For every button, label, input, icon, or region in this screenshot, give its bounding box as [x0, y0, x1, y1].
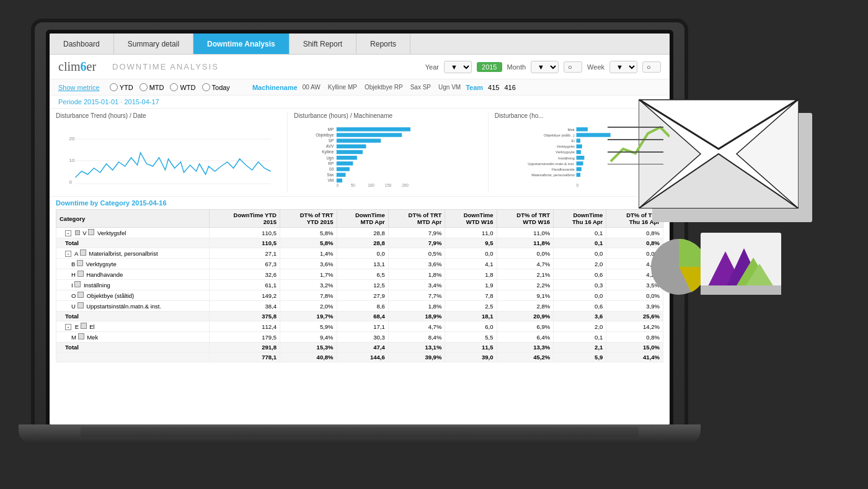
- filter-group: Year ▼ 2015 Month ▼ Week: [425, 61, 661, 73]
- table-row: I Inställning 61,13,2%12,53,4%1,92,2%0,3…: [56, 280, 663, 290]
- u-icon: [78, 302, 84, 308]
- svg-text:Materialbrist, personalbrist: Materialbrist, personalbrist: [531, 173, 575, 177]
- trend-line-decoration: [608, 115, 670, 167]
- week-filter-input[interactable]: [642, 61, 661, 73]
- col-dt-wtd: DownTimeWTD W16: [445, 210, 497, 228]
- svg-text:SP: SP: [329, 138, 334, 143]
- table-title: Downtime by Category 2015-04-16: [56, 199, 167, 207]
- table-row-total-e: Total 291,815,3%47,413,1% 11,513,3%2,115…: [56, 343, 663, 352]
- app-content: clim6er DOWNTIME ANALYSIS Year ▼ 2015 Mo…: [50, 55, 670, 424]
- table-section: Downtime by Category 2015-04-16 ✎ 📋 XL: [50, 197, 670, 365]
- tab-summary[interactable]: Summary detail: [114, 34, 193, 54]
- expand-icon-e[interactable]: -: [65, 324, 71, 330]
- week-filter-select[interactable]: ▼: [609, 61, 637, 73]
- h-icon: [78, 271, 84, 277]
- machine-val-1: 00 AW: [303, 84, 321, 91]
- laptop: Dashboard Summary detail Downtime Analys…: [31, 19, 688, 465]
- machinename-label: Machinename: [252, 84, 298, 91]
- svg-text:Verktygsyte: Verktygsyte: [556, 150, 575, 154]
- team-label: Team: [466, 84, 483, 91]
- svg-text:Sax: Sax: [327, 173, 334, 177]
- radio-wtd[interactable]: WTD: [170, 83, 195, 91]
- month-filter-label: Month: [507, 63, 526, 71]
- table-row: U Uppstartsinstäln.matn.& inst. 38,42,0%…: [56, 301, 663, 312]
- svg-text:Mek: Mek: [567, 128, 574, 132]
- charts-section: Disturbance Trend (hours) / Date 20 10 0: [50, 109, 670, 197]
- tab-downtime[interactable]: Downtime Analysis: [193, 34, 290, 54]
- svg-text:AVV: AVV: [326, 144, 334, 148]
- trend-chart-box: Disturbance Trend (hours) / Date 20 10 0: [50, 112, 287, 192]
- svg-rect-49: [576, 173, 580, 177]
- svg-text:Inställning: Inställning: [558, 156, 575, 160]
- svg-rect-39: [576, 145, 582, 148]
- week-filter-label: Week: [587, 63, 604, 71]
- svg-text:Verktygsfei: Verktygsfei: [556, 145, 574, 148]
- logo: clim6er: [58, 60, 96, 74]
- team-val-2: 416: [504, 84, 515, 91]
- month-filter-select[interactable]: ▼: [531, 61, 559, 73]
- show-metrice-link[interactable]: Show metrice: [58, 84, 100, 91]
- svg-rect-37: [576, 139, 580, 143]
- laptop-lid: Dashboard Summary detail Downtime Analys…: [31, 19, 688, 428]
- month-filter-input[interactable]: [564, 61, 582, 73]
- svg-text:10: 10: [69, 158, 75, 163]
- radio-mtd[interactable]: MTD: [140, 83, 164, 91]
- svg-rect-28: [337, 173, 346, 177]
- table-row: B Verktygsyte 67,33,6%13,13,6%4,14,7%2,0…: [56, 259, 663, 269]
- svg-text:RP: RP: [328, 161, 334, 166]
- svg-text:50: 50: [351, 183, 356, 187]
- radio-group: YTD MTD WTD Today: [110, 83, 230, 91]
- period-bar: Periode 2015-01-01 · 2015-04-17: [50, 96, 670, 109]
- svg-rect-30: [337, 179, 342, 182]
- svg-text:El: El: [571, 139, 574, 143]
- a-icon: [80, 249, 86, 256]
- radio-ytd[interactable]: YTD: [110, 83, 133, 91]
- table-row: M Mek 179,59,4%30,38,4%5,56,4%0,10,8%: [56, 332, 663, 343]
- svg-rect-14: [337, 133, 402, 137]
- category-icon: [75, 230, 80, 235]
- tab-reports[interactable]: Reports: [356, 34, 410, 54]
- svg-text:0: 0: [337, 183, 339, 187]
- i-icon: [74, 281, 81, 287]
- tab-shift[interactable]: Shift Report: [290, 34, 356, 54]
- col-dt-ytd: DownTime YTD2015: [210, 210, 280, 228]
- table-row-total-a: Total 375,819,7%68,418,9% 18,120,9%3,625…: [56, 312, 663, 321]
- svg-rect-65: [701, 285, 781, 295]
- machine-val-2: Kylline MP: [328, 84, 357, 91]
- screen-bezel: Dashboard Summary detail Downtime Analys…: [46, 30, 673, 424]
- machine-val-5: Ugn VM: [438, 84, 461, 91]
- svg-text:200: 200: [402, 183, 409, 187]
- page-title: DOWNTIME ANALYSIS: [112, 62, 219, 71]
- svg-text:100: 100: [368, 183, 374, 187]
- col-pct-wtd: DT% of TRTWTD W16: [497, 210, 554, 228]
- team-val-1: 415: [488, 84, 499, 91]
- machine-chart-box: Disturbance (hours) / Machinename 0 50 1…: [287, 112, 488, 192]
- col-dt-thu: DownTimeThu 16 Apr: [554, 210, 606, 228]
- svg-text:0: 0: [69, 179, 73, 185]
- col-pct-ytd: DT% of TRTYTD 2015: [280, 210, 337, 228]
- svg-rect-22: [337, 156, 357, 159]
- m-icon: [78, 333, 84, 339]
- table-row: - V Verktygsfel 110,55,8%28,87,9%11,011,…: [56, 228, 663, 238]
- year-filter-select[interactable]: ▼: [444, 61, 472, 73]
- svg-text:0: 0: [576, 183, 578, 187]
- expand-icon[interactable]: -: [65, 251, 71, 257]
- laptop-keyboard: [81, 427, 639, 437]
- svg-rect-45: [576, 161, 583, 165]
- metrics-row: Show metrice YTD MTD WTD: [50, 79, 670, 96]
- svg-rect-43: [576, 156, 584, 159]
- svg-text:Kylline: Kylline: [322, 150, 334, 155]
- v-icon: [88, 229, 94, 235]
- expand-icon[interactable]: -: [65, 230, 71, 236]
- machine-val-4: Sax SP: [410, 84, 431, 91]
- table-row: - A Materialbrist, personalbrist 27,11,4…: [56, 248, 663, 259]
- svg-rect-20: [337, 150, 363, 154]
- table-row: O Objektbye (ståltid) 149,27,8%27,97,7%7…: [56, 290, 663, 301]
- machine-values: 00 AW Kylline MP Objektbye RP Sax SP Ugn…: [303, 84, 461, 91]
- svg-text:Objektbye: Objektbye: [316, 133, 334, 138]
- radio-today[interactable]: Today: [202, 83, 230, 91]
- tab-dashboard[interactable]: Dashboard: [50, 34, 114, 54]
- svg-rect-41: [576, 150, 580, 154]
- svg-text:20: 20: [69, 136, 75, 141]
- table-row: - E El 112,45,9%17,14,7%6,06,9%2,014,2%: [56, 321, 663, 332]
